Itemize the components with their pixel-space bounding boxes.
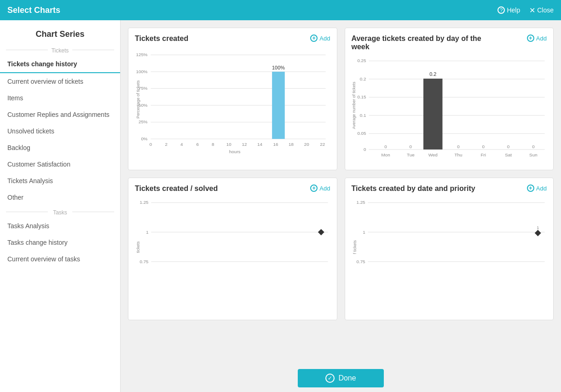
svg-text:0: 0 — [150, 142, 152, 147]
svg-text:Tue: Tue — [407, 152, 415, 157]
add-btn-4[interactable]: + Add — [527, 184, 547, 192]
add-btn-3[interactable]: + Add — [310, 184, 330, 192]
svg-text:2: 2 — [165, 142, 167, 147]
sidebar-item-other[interactable]: Other — [0, 189, 120, 206]
svg-marker-72 — [534, 230, 541, 236]
svg-text:Wed: Wed — [428, 152, 437, 157]
svg-text:tickets: tickets — [136, 241, 140, 253]
svg-text:Thu: Thu — [454, 152, 462, 157]
svg-text:0: 0 — [364, 147, 366, 152]
help-icon: ? — [497, 6, 505, 14]
sidebar-item-items[interactable]: Items — [0, 90, 120, 106]
svg-text:1.25: 1.25 — [139, 200, 149, 205]
svg-text:Sat: Sat — [505, 152, 512, 157]
svg-text:0: 0 — [507, 144, 509, 149]
sidebar-section-tickets: Tickets — [0, 44, 120, 56]
svg-rect-45 — [423, 79, 442, 150]
svg-rect-13 — [272, 72, 285, 139]
chart-created-solved: Tickets created / solved + Add 1.25 1 0.… — [128, 178, 337, 320]
content-area: Tickets created + Add 125% 100% 75% 50% … — [121, 20, 561, 392]
header: Select Charts ? Help ✕ Close — [0, 0, 561, 20]
close-icon: ✕ — [529, 6, 535, 15]
chart-title-1: Tickets created — [135, 35, 188, 43]
help-button[interactable]: ? Help — [497, 6, 520, 14]
chart-title-4: Tickets created by date and priority — [352, 184, 475, 193]
chart-header-2: Average tickets created by day of the we… — [352, 35, 547, 51]
done-button[interactable]: ✓ Done — [298, 369, 383, 387]
sidebar-item-tasks-change-history[interactable]: Tasks change history — [0, 234, 120, 251]
add-circle-icon-3: + — [310, 184, 318, 192]
header-title: Select Charts — [7, 6, 60, 15]
svg-text:0.2: 0.2 — [429, 71, 436, 77]
svg-text:125%: 125% — [136, 52, 147, 57]
chart-area-2: 0.25 0.2 0.15 0.1 0.05 0 — [352, 55, 547, 165]
svg-text:25%: 25% — [139, 119, 148, 124]
add-circle-icon-4: + — [527, 184, 534, 192]
close-button[interactable]: ✕ Close — [529, 6, 554, 15]
add-circle-icon-2: + — [527, 35, 534, 42]
add-btn-2[interactable]: + Add — [527, 35, 547, 42]
svg-text:0%: 0% — [141, 136, 147, 141]
add-circle-icon-1: + — [310, 35, 318, 42]
chart-tickets-created: Tickets created + Add 125% 100% 75% 50% … — [128, 28, 337, 170]
chart-area-4: 1.25 1 0.75 f tickets 1 — [352, 196, 547, 307]
sidebar-item-customer-replies[interactable]: Customer Replies and Assignments — [0, 106, 120, 123]
charts-grid: Tickets created + Add 125% 100% 75% 50% … — [128, 28, 554, 320]
chart-header-3: Tickets created / solved + Add — [135, 184, 330, 193]
svg-text:0.05: 0.05 — [357, 131, 366, 136]
svg-text:8: 8 — [212, 142, 214, 147]
svg-text:0: 0 — [409, 144, 412, 149]
svg-text:Mon: Mon — [381, 152, 390, 157]
svg-text:10: 10 — [226, 142, 231, 147]
svg-text:0.15: 0.15 — [357, 94, 366, 99]
svg-text:0.1: 0.1 — [359, 113, 366, 118]
svg-text:0: 0 — [384, 144, 387, 149]
svg-text:f tickets: f tickets — [352, 240, 357, 254]
svg-text:0: 0 — [482, 144, 485, 149]
sidebar-item-customer-satisfaction[interactable]: Customer Satisfaction — [0, 156, 120, 173]
svg-text:0: 0 — [457, 144, 460, 149]
svg-text:20: 20 — [304, 142, 309, 147]
main-layout: Chart Series Tickets Tickets change hist… — [0, 20, 561, 392]
svg-text:22: 22 — [320, 142, 325, 147]
svg-text:0: 0 — [532, 144, 535, 149]
svg-text:6: 6 — [196, 142, 199, 147]
svg-marker-63 — [318, 229, 324, 236]
chart-title-2: Average tickets created by day of the we… — [352, 35, 488, 51]
svg-text:1: 1 — [146, 230, 148, 235]
chart-title-3: Tickets created / solved — [135, 184, 218, 193]
svg-text:hours: hours — [229, 149, 241, 154]
sidebar-item-unsolved[interactable]: Unsolved tickets — [0, 123, 120, 139]
svg-text:Average number of tickets: Average number of tickets — [351, 81, 356, 129]
svg-text:18: 18 — [289, 142, 294, 147]
chart-header-1: Tickets created + Add — [135, 35, 330, 43]
done-icon: ✓ — [325, 374, 335, 383]
svg-text:14: 14 — [257, 142, 262, 147]
svg-text:0.25: 0.25 — [357, 58, 366, 63]
svg-text:4: 4 — [180, 142, 183, 147]
sidebar-item-backlog[interactable]: Backlog — [0, 139, 120, 156]
svg-text:1.25: 1.25 — [356, 200, 365, 205]
svg-text:0.75: 0.75 — [356, 259, 365, 264]
sidebar-item-tickets-analysis[interactable]: Tickets Analysis — [0, 173, 120, 189]
svg-text:16: 16 — [273, 142, 278, 147]
svg-text:12: 12 — [242, 142, 247, 147]
sidebar-item-tasks-analysis[interactable]: Tasks Analysis — [0, 218, 120, 234]
done-bar: ✓ Done — [121, 364, 561, 392]
sidebar-title: Chart Series — [0, 20, 120, 44]
add-btn-1[interactable]: + Add — [310, 35, 330, 42]
svg-text:0.75: 0.75 — [139, 259, 149, 264]
chart-area-1: 125% 100% 75% 50% 25% 0% — [135, 46, 330, 157]
chart-header-4: Tickets created by date and priority + A… — [352, 184, 547, 193]
chart-area-3: 1.25 1 0.75 tickets — [135, 196, 330, 307]
chart-avg-day: Average tickets created by day of the we… — [345, 28, 554, 170]
svg-text:100%: 100% — [136, 69, 147, 74]
sidebar-item-current-overview-tasks[interactable]: Current overview of tasks — [0, 251, 120, 267]
sidebar-item-current-overview[interactable]: Current overview of tickets — [0, 73, 120, 90]
chart-by-priority: Tickets created by date and priority + A… — [345, 178, 554, 320]
sidebar-section-tasks: Tasks — [0, 206, 120, 218]
sidebar-item-tickets-change-history[interactable]: Tickets change history — [0, 56, 120, 73]
svg-text:1: 1 — [363, 230, 365, 235]
svg-text:0.2: 0.2 — [359, 76, 366, 81]
svg-text:Percentage of tickets: Percentage of tickets — [136, 80, 140, 118]
